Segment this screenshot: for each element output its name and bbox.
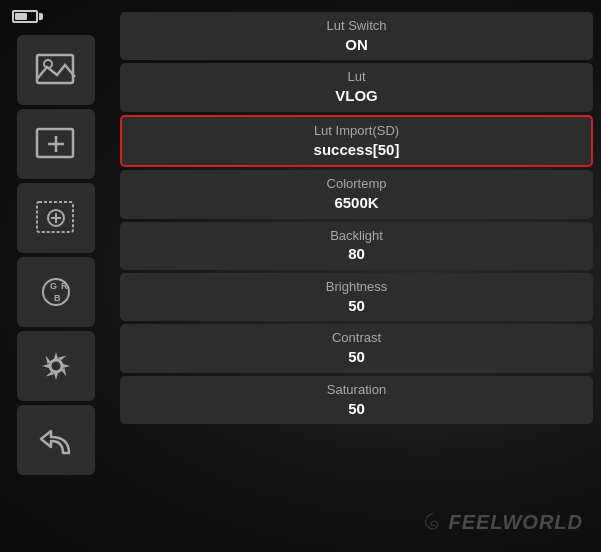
menu-item-backlight[interactable]: Backlight 80 [120,222,593,270]
sidebar-item-back[interactable] [17,405,95,475]
zoom-icon [35,197,77,239]
lut-import-value: success[50] [314,140,400,160]
menu-item-lut[interactable]: Lut VLOG [120,63,593,111]
colortemp-value: 6500K [334,193,378,213]
backlight-label: Backlight [330,228,383,245]
lut-import-label: Lut Import(SD) [314,123,399,140]
lut-switch-label: Lut Switch [327,18,387,35]
brightness-label: Brightness [326,279,387,296]
lut-switch-value: ON [345,35,368,55]
colortemp-label: Colortemp [327,176,387,193]
menu-item-brightness[interactable]: Brightness 50 [120,273,593,321]
sidebar-item-add[interactable] [17,109,95,179]
add-icon [35,123,77,165]
top-bar [12,10,43,23]
menu-item-contrast[interactable]: Contrast 50 [120,324,593,372]
image-icon [35,49,77,91]
right-panel: Lut Switch ON Lut VLOG Lut Import(SD) su… [112,0,601,552]
svg-text:G: G [50,281,57,291]
settings-icon [35,345,77,387]
battery-fill [15,13,27,20]
sidebar-item-settings[interactable] [17,331,95,401]
sidebar-item-image[interactable] [17,35,95,105]
contrast-label: Contrast [332,330,381,347]
watermark-text: FEELWORLD [448,511,583,534]
battery-tip [39,13,43,20]
saturation-label: Saturation [327,382,386,399]
menu-item-colortemp[interactable]: Colortemp 6500K [120,170,593,218]
watermark-swirl-icon [422,512,444,534]
battery-body [12,10,38,23]
menu-item-saturation[interactable]: Saturation 50 [120,376,593,424]
sidebar-item-color-wheel[interactable]: G R B [17,257,95,327]
menu-item-lut-switch[interactable]: Lut Switch ON [120,12,593,60]
svg-text:B: B [54,293,61,303]
watermark: FEELWORLD [422,511,583,534]
svg-point-14 [50,360,62,372]
sidebar: G R B [0,0,112,552]
lut-value: VLOG [335,86,378,106]
battery-icon [12,10,43,23]
saturation-value: 50 [348,399,365,419]
screen: G R B [0,0,601,552]
svg-text:R: R [61,281,68,291]
lut-label: Lut [347,69,365,86]
backlight-value: 80 [348,244,365,264]
brightness-value: 50 [348,296,365,316]
color-wheel-icon: G R B [35,271,77,313]
sidebar-item-zoom[interactable] [17,183,95,253]
menu-item-lut-import[interactable]: Lut Import(SD) success[50] [120,115,593,167]
main-layout: G R B [0,0,601,552]
contrast-value: 50 [348,347,365,367]
back-icon [35,419,77,461]
